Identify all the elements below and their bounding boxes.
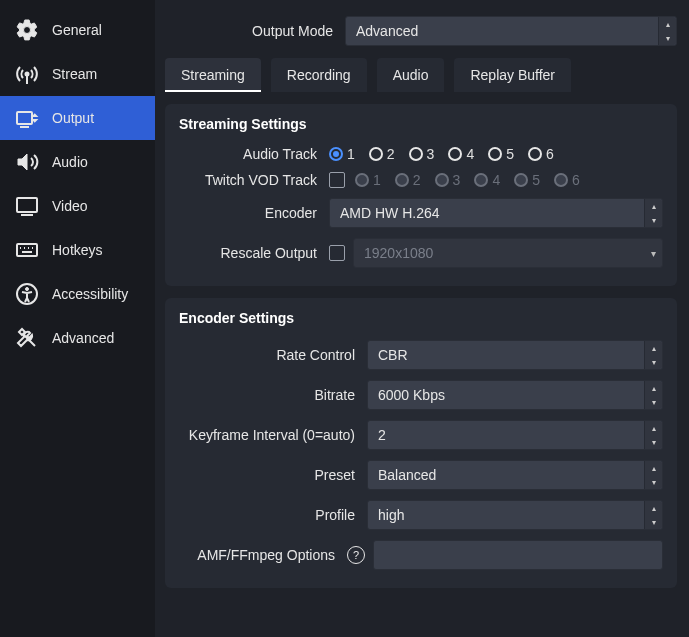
output-mode-label: Output Mode	[165, 23, 337, 39]
audio-track-5[interactable]: 5	[488, 146, 514, 162]
vod-track-3: 3	[435, 172, 461, 188]
keyframe-value: 2	[378, 427, 644, 443]
encoder-select[interactable]: AMD HW H.264 ▴▾	[329, 198, 663, 228]
rate-control-label: Rate Control	[179, 347, 359, 363]
preset-label: Preset	[179, 467, 359, 483]
monitor-icon	[14, 193, 40, 219]
select-stepper[interactable]: ▴▾	[644, 501, 662, 529]
vod-track-2: 2	[395, 172, 421, 188]
encoder-settings-title: Encoder Settings	[179, 310, 663, 326]
vod-track-5: 5	[514, 172, 540, 188]
vod-track-6: 6	[554, 172, 580, 188]
sidebar-item-output[interactable]: Output	[0, 96, 155, 140]
preset-value: Balanced	[378, 467, 644, 483]
amf-options-input[interactable]	[373, 540, 663, 570]
antenna-icon	[14, 61, 40, 87]
rescale-label: Rescale Output	[179, 245, 321, 261]
svg-rect-6	[17, 244, 37, 256]
sidebar-item-label: Accessibility	[52, 286, 128, 302]
spinbox-stepper[interactable]: ▴▾	[644, 381, 662, 409]
bitrate-label: Bitrate	[179, 387, 359, 403]
twitch-vod-radios: 1 2 3 4 5 6	[355, 172, 580, 188]
profile-label: Profile	[179, 507, 359, 523]
keyboard-icon	[14, 237, 40, 263]
sidebar-item-general[interactable]: General	[0, 8, 155, 52]
help-icon[interactable]: ?	[347, 546, 365, 564]
audio-track-6[interactable]: 6	[528, 146, 554, 162]
gear-icon	[14, 17, 40, 43]
tools-icon	[14, 325, 40, 351]
sidebar-item-audio[interactable]: Audio	[0, 140, 155, 184]
content-area: Output Mode Advanced ▴▾ Streaming Record…	[155, 0, 689, 637]
sidebar-item-label: Advanced	[52, 330, 114, 346]
sidebar-item-label: Stream	[52, 66, 97, 82]
encoder-label: Encoder	[179, 205, 321, 221]
streaming-settings-title: Streaming Settings	[179, 116, 663, 132]
accessibility-icon	[14, 281, 40, 307]
tab-streaming[interactable]: Streaming	[165, 58, 261, 92]
audio-track-2[interactable]: 2	[369, 146, 395, 162]
output-icon	[14, 105, 40, 131]
keyframe-label: Keyframe Interval (0=auto)	[179, 427, 359, 443]
sidebar: General Stream Output Audio Video Hotkey…	[0, 0, 155, 637]
sidebar-item-hotkeys[interactable]: Hotkeys	[0, 228, 155, 272]
audio-track-3[interactable]: 3	[409, 146, 435, 162]
sidebar-item-label: Video	[52, 198, 88, 214]
audio-track-1[interactable]: 1	[329, 146, 355, 162]
rate-control-select[interactable]: CBR ▴▾	[367, 340, 663, 370]
tab-recording[interactable]: Recording	[271, 58, 367, 92]
sidebar-item-advanced[interactable]: Advanced	[0, 316, 155, 360]
spinbox-stepper[interactable]: ▴▾	[644, 421, 662, 449]
select-stepper[interactable]: ▴▾	[644, 199, 662, 227]
twitch-vod-label: Twitch VOD Track	[179, 172, 321, 188]
tab-audio[interactable]: Audio	[377, 58, 445, 92]
audio-track-label: Audio Track	[179, 146, 321, 162]
rescale-value: 1920x1080	[364, 245, 662, 261]
sidebar-item-label: Output	[52, 110, 94, 126]
rescale-select: 1920x1080 ▾	[353, 238, 663, 268]
speaker-icon	[14, 149, 40, 175]
sidebar-item-stream[interactable]: Stream	[0, 52, 155, 96]
select-stepper[interactable]: ▴▾	[644, 341, 662, 369]
keyframe-input[interactable]: 2 ▴▾	[367, 420, 663, 450]
audio-track-4[interactable]: 4	[448, 146, 474, 162]
svg-rect-2	[17, 112, 32, 124]
audio-track-radios: 1 2 3 4 5 6	[329, 146, 554, 162]
vod-track-4: 4	[474, 172, 500, 188]
bitrate-value: 6000 Kbps	[378, 387, 644, 403]
profile-value: high	[378, 507, 644, 523]
encoder-value: AMD HW H.264	[340, 205, 644, 221]
sidebar-item-label: General	[52, 22, 102, 38]
streaming-settings-panel: Streaming Settings Audio Track 1 2 3 4 5…	[165, 104, 677, 286]
rescale-checkbox[interactable]	[329, 245, 345, 261]
sidebar-item-label: Hotkeys	[52, 242, 103, 258]
amf-label: AMF/FFmpeg Options	[179, 547, 339, 563]
tab-replay-buffer[interactable]: Replay Buffer	[454, 58, 571, 92]
sidebar-item-video[interactable]: Video	[0, 184, 155, 228]
output-mode-select[interactable]: Advanced ▴▾	[345, 16, 677, 46]
preset-select[interactable]: Balanced ▴▾	[367, 460, 663, 490]
vod-track-1: 1	[355, 172, 381, 188]
encoder-settings-panel: Encoder Settings Rate Control CBR ▴▾ Bit…	[165, 298, 677, 588]
output-tabs: Streaming Recording Audio Replay Buffer	[165, 58, 677, 92]
select-stepper[interactable]: ▴▾	[658, 17, 676, 45]
bitrate-input[interactable]: 6000 Kbps ▴▾	[367, 380, 663, 410]
sidebar-item-label: Audio	[52, 154, 88, 170]
output-mode-value: Advanced	[356, 23, 658, 39]
rate-control-value: CBR	[378, 347, 644, 363]
svg-rect-4	[17, 198, 37, 212]
twitch-vod-checkbox[interactable]	[329, 172, 345, 188]
sidebar-item-accessibility[interactable]: Accessibility	[0, 272, 155, 316]
chevron-down-icon: ▾	[651, 248, 656, 259]
svg-point-13	[26, 288, 29, 291]
select-stepper[interactable]: ▴▾	[644, 461, 662, 489]
profile-select[interactable]: high ▴▾	[367, 500, 663, 530]
